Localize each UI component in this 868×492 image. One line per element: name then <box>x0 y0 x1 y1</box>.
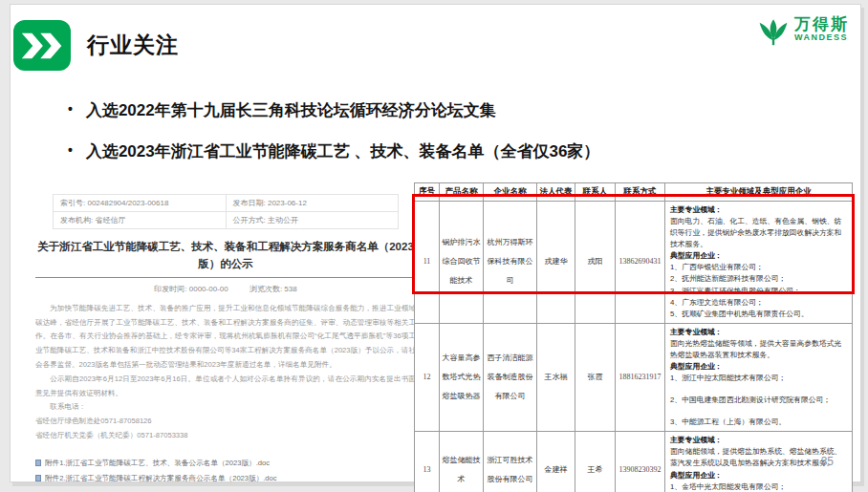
doc-paragraph-1: 为加快节能降碳先进工艺、技术、装备的推广应用，提升工业和信息化领域节能降碳综合服… <box>35 302 416 373</box>
app-company: 1、浙江中控太阳能技术有限公司； <box>670 373 847 384</box>
app-company: 4、广东理文造纸有限公司； <box>670 297 847 309</box>
doc-index-no: 索引号: 002482904/2023-00618 <box>54 195 227 212</box>
table-row: 12 大容量高参数塔式光热熔盐吸热器 西子清洁能源装备制造股份有限公司 王水福 … <box>415 323 853 432</box>
app-company: 2、中国电建集团西北勘测设计研究院有限公司； <box>670 395 847 406</box>
col-domain: 主要专业领域及典型应用企业 <box>665 183 853 202</box>
company-table: 序号 产品名称 企业名称 法人代表 联系人 联系方式 主要专业领域及典型应用企业… <box>414 182 852 492</box>
slide: 行业关注 万得斯 WANDESS • 入选2022年第十九届长三角科技论坛循环经… <box>10 4 861 482</box>
cell-serial: 11 <box>415 202 440 324</box>
bullet-text: 入选2022年第十九届长三角科技论坛循环经济分论坛文集 <box>86 99 496 121</box>
cell-company: 杭州万得斯环保科技有限公司 <box>484 202 537 324</box>
domain-label: 主要专业领域： <box>670 327 847 338</box>
doc-publish-date: 发布日期: 2023-06-12 <box>226 195 399 212</box>
table-header-row: 序号 产品名称 企业名称 法人代表 联系人 联系方式 主要专业领域及典型应用企业 <box>415 183 853 202</box>
domain-text: 面向电力、石油、化工、造纸、有色金属、钢铁、纺织等行业，提供锅炉余热废水零排放回… <box>670 216 847 250</box>
doc-open-mode: 公开方式: 主动公开 <box>226 212 399 229</box>
app-company: 1、广西华银铝业有限公司； <box>670 262 847 273</box>
attachment-text: 附件1.浙江省工业节能降碳工艺、技术、装备公示名单（2023版）.doc <box>45 456 270 471</box>
cell-serial: 12 <box>415 323 440 432</box>
cell-contact: 戎阳 <box>575 202 616 324</box>
cell-product: 锅炉排污水综合回收节能技术 <box>440 202 484 324</box>
col-serial: 序号 <box>415 183 440 202</box>
cell-domain: 主要专业领域： 面向光热熔盐储能等领域，提供大容量高参数塔式光热熔盐吸热器装置和… <box>665 323 853 432</box>
cell-product: 大容量高参数塔式光热熔盐吸热器 <box>440 323 484 432</box>
cell-company: 西子清洁能源装备制造股份有限公司 <box>484 323 537 432</box>
doc-print-time: 印发时间: 0000-00-00 <box>154 285 228 293</box>
col-legal-rep: 法人代表 <box>537 183 575 202</box>
col-company: 企业名称 <box>484 183 537 202</box>
doc-attachments: 附件1.浙江省工业节能降碳工艺、技术、装备公示名单（2023版）.doc 附件2… <box>35 456 416 486</box>
domain-label: 主要专业领域： <box>670 435 847 446</box>
chevrons-glyph <box>20 31 64 61</box>
bullet-text: 入选2023年浙江省工业节能降碳工艺 、技术、装备名单（全省仅36家） <box>86 140 599 162</box>
domain-label: 主要专业领域： <box>670 204 847 216</box>
logo-name-en: WANDESS <box>794 33 849 43</box>
cell-domain: 主要专业领域： 面向电力、石油、化工、造纸、有色金属、钢铁、纺织等行业，提供锅炉… <box>665 202 853 324</box>
bullet-item: • 入选2023年浙江省工业节能降碳工艺 、技术、装备名单（全省仅36家） <box>68 140 599 162</box>
company-logo: 万得斯 WANDESS <box>756 12 849 47</box>
bullet-item: • 入选2022年第十九届长三角科技论坛循环经济分论坛文集 <box>68 99 599 121</box>
col-phone: 联系方式 <box>616 183 665 202</box>
app-company: 5、抚顺矿业集团中机热电有限责任公司。 <box>670 309 847 320</box>
cell-legal-rep: 王水福 <box>537 323 575 432</box>
cell-phone: 13862690431 <box>616 202 665 324</box>
app-company: 3、中能源工程（上海）有限公司。 <box>670 417 847 428</box>
col-product: 产品名称 <box>440 183 484 202</box>
doc-paragraph-2: 公示期自2023年6月12日至2023年6月16日。单位或者个人如对公示名单持有… <box>35 373 416 401</box>
attachment-icon <box>35 460 41 466</box>
doc-contact-1: 省经信厅绿色制造处0571-87058126 <box>35 415 416 429</box>
doc-title: 关于浙江省工业节能降碳工艺、技术、装备和工程解决方案服务商名单（2023版）的公… <box>37 238 414 273</box>
doc-contact-label: 联系电话： <box>35 400 416 415</box>
cell-phone: 18816231917 <box>616 323 665 432</box>
attachment-link[interactable]: 附件2.浙江省工业节能降碳工程解决方案服务商公示名单（2023版）.doc <box>35 471 416 486</box>
app-company: 1、金塔中光太阳能发电有限公司； <box>670 481 847 492</box>
doc-view-count: 浏览次数: 538 <box>250 285 297 293</box>
doc-meta-table: 索引号: 002482904/2023-00618 发布日期: 2023-06-… <box>53 194 399 229</box>
cell-product: 熔盐储能技术 <box>440 432 484 492</box>
cell-legal-rep: 戎建华 <box>537 202 575 324</box>
doc-stats: 印发时间: 0000-00-00 浏览次数: 538 <box>35 284 416 294</box>
app-company: 3、浙江富春江环保热电股份有限公司； <box>670 286 847 297</box>
page-title: 行业关注 <box>87 31 179 60</box>
leaf-logo-icon <box>756 12 791 47</box>
domain-text: 面向光热熔盐储能等领域，提供大容量高参数塔式光热熔盐吸热器装置和技术服务。 <box>670 338 847 361</box>
double-chevron-icon <box>13 20 71 71</box>
notice-document: 索引号: 002482904/2023-00618 发布日期: 2023-06-… <box>35 186 416 486</box>
cell-phone: 13908230392 <box>616 432 665 492</box>
doc-contact-2: 省经信厅机关党委（机关纪委）0571-87053338 <box>35 429 416 443</box>
col-contact: 联系人 <box>575 183 616 202</box>
app-company: 2、抚州能达新能源科技有限公司； <box>670 273 847 285</box>
cell-serial: 13 <box>415 432 440 492</box>
page-number: 35 <box>821 455 834 468</box>
cell-company: 浙江可胜技术股份有限公司 <box>484 432 537 492</box>
apps-label: 典型应用企业： <box>670 470 847 481</box>
attachment-icon <box>35 475 41 481</box>
table-row: 13 熔盐储能技术 浙江可胜技术股份有限公司 金建祥 王希 1390823039… <box>415 432 853 492</box>
doc-publisher: 发布机构: 省经信厅 <box>54 212 227 229</box>
apps-label: 典型应用企业： <box>670 361 847 373</box>
bullet-list: • 入选2022年第十九届长三角科技论坛循环经济分论坛文集 • 入选2023年浙… <box>68 99 599 182</box>
attachment-text: 附件2.浙江省工业节能降碳工程解决方案服务商公示名单（2023版）.doc <box>45 471 277 486</box>
attachment-link[interactable]: 附件1.浙江省工业节能降碳工艺、技术、装备公示名单（2023版）.doc <box>35 456 416 471</box>
doc-divider <box>35 277 416 278</box>
table-row: 11 锅炉排污水综合回收节能技术 杭州万得斯环保科技有限公司 戎建华 戎阳 13… <box>415 202 853 324</box>
cell-contact: 张霞 <box>575 323 616 432</box>
cell-legal-rep: 金建祥 <box>537 432 575 492</box>
bullet-dot: • <box>68 142 73 158</box>
logo-name-cn: 万得斯 <box>794 16 849 34</box>
cell-contact: 王希 <box>575 432 616 492</box>
bullet-dot: • <box>68 101 73 117</box>
apps-label: 典型应用企业： <box>670 250 847 262</box>
